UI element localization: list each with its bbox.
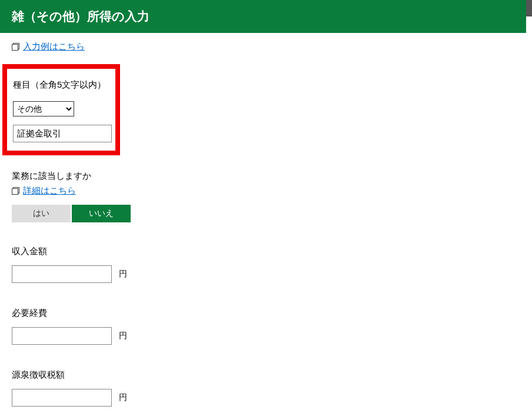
page-title: 雑（その他）所得の入力 bbox=[12, 9, 149, 23]
category-label: 種目（全角5文字以内） bbox=[13, 79, 109, 91]
withholding-unit: 円 bbox=[119, 392, 127, 403]
business-question-label: 業務に該当しますか bbox=[12, 171, 520, 182]
category-section: 種目（全角5文字以内） その他 bbox=[2, 64, 120, 155]
expenses-unit: 円 bbox=[119, 331, 127, 341]
yes-no-toggle: はい いいえ bbox=[12, 205, 520, 222]
popup-icon bbox=[12, 43, 19, 51]
popup-icon bbox=[12, 187, 19, 195]
income-amount-row: 円 bbox=[12, 265, 520, 283]
withholding-row: 円 bbox=[12, 389, 520, 407]
income-amount-input[interactable] bbox=[12, 265, 112, 283]
examples-link[interactable]: 入力例はこちら bbox=[23, 41, 85, 52]
scrollbar[interactable] bbox=[526, 0, 532, 413]
yes-button[interactable]: はい bbox=[12, 205, 71, 222]
expenses-row: 円 bbox=[12, 327, 520, 345]
examples-link-row: 入力例はこちら bbox=[12, 41, 520, 52]
category-select[interactable]: その他 bbox=[13, 101, 74, 116]
expenses-section: 必要経費 円 bbox=[12, 308, 520, 345]
details-link[interactable]: 詳細はこちら bbox=[23, 185, 76, 196]
income-amount-unit: 円 bbox=[119, 269, 127, 279]
expenses-input[interactable] bbox=[12, 327, 112, 345]
page-header: 雑（その他）所得の入力 bbox=[0, 0, 532, 33]
main-content: 入力例はこちら 種目（全角5文字以内） その他 業務に該当しますか 詳細はこちら… bbox=[0, 33, 532, 413]
business-question-section: 業務に該当しますか 詳細はこちら はい いいえ bbox=[12, 171, 520, 222]
withholding-input[interactable] bbox=[12, 389, 112, 407]
scrollbar-thumb[interactable] bbox=[526, 0, 532, 16]
income-amount-section: 収入金額 円 bbox=[12, 246, 520, 283]
details-link-row: 詳細はこちら bbox=[12, 185, 520, 196]
withholding-label: 源泉徴収税額 bbox=[12, 369, 520, 381]
expenses-label: 必要経費 bbox=[12, 308, 520, 319]
withholding-section: 源泉徴収税額 円 未納付の源泉徴収税額 ? bbox=[12, 369, 520, 413]
no-button[interactable]: いいえ bbox=[72, 205, 131, 222]
category-text-input[interactable] bbox=[13, 125, 112, 142]
income-amount-label: 収入金額 bbox=[12, 246, 520, 257]
